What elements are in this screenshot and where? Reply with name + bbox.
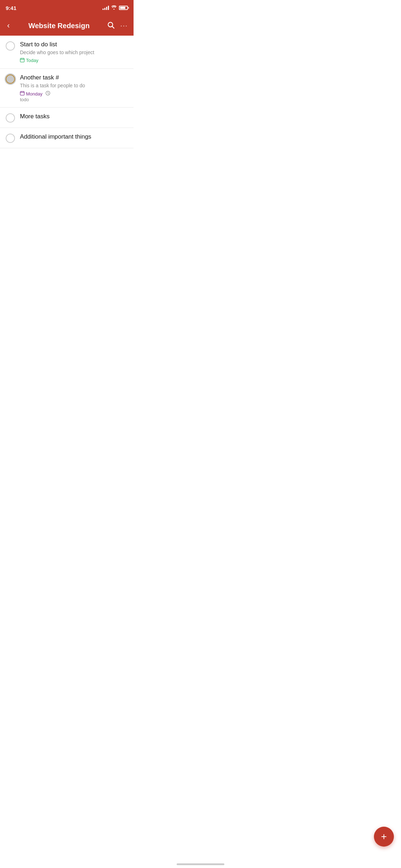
status-time: 9:41 <box>6 5 16 11</box>
task-title-4: Additional important things <box>20 133 128 141</box>
page-title: Website Redesign <box>15 22 103 30</box>
task-list: Start to do list Decide who goes to whic… <box>0 36 134 148</box>
task-description-1: Decide who goes to which project <box>20 49 128 56</box>
wifi-icon <box>111 5 117 11</box>
nav-actions: ··· <box>107 21 128 31</box>
task-label-2: todo <box>20 97 128 102</box>
task-meta-2: Monday <box>20 91 128 97</box>
task-content-4: Additional important things <box>20 133 128 141</box>
task-date-1: Today <box>20 58 38 63</box>
svg-rect-6 <box>20 92 24 95</box>
status-bar: 9:41 <box>0 0 134 16</box>
battery-icon <box>119 6 128 10</box>
calendar-icon-2 <box>20 91 25 97</box>
task-item-3[interactable]: More tasks <box>0 108 134 128</box>
task-checkbox-4[interactable] <box>6 134 15 143</box>
task-item-4[interactable]: Additional important things <box>0 128 134 148</box>
reminder-icon <box>45 91 51 97</box>
task-title-2: Another task # <box>20 74 128 82</box>
back-button[interactable]: ‹ <box>6 20 11 32</box>
svg-line-1 <box>112 26 114 28</box>
task-checkbox-2[interactable] <box>6 74 15 84</box>
calendar-icon-1 <box>20 58 25 63</box>
task-title-3: More tasks <box>20 113 128 120</box>
task-content-2: Another task # This is a task for people… <box>20 74 128 103</box>
task-content-3: More tasks <box>20 113 128 121</box>
nav-bar: ‹ Website Redesign ··· <box>0 16 134 36</box>
task-description-2: This is a task for people to do <box>20 82 128 89</box>
task-item[interactable]: Start to do list Decide who goes to whic… <box>0 36 134 69</box>
svg-rect-2 <box>20 58 24 62</box>
status-icons <box>103 5 128 11</box>
task-item-2[interactable]: Another task # This is a task for people… <box>0 69 134 108</box>
task-checkbox-1[interactable] <box>6 41 15 51</box>
task-content-1: Start to do list Decide who goes to whic… <box>20 41 128 63</box>
task-checkbox-3[interactable] <box>6 113 15 123</box>
task-date-2: Monday <box>20 91 42 97</box>
task-title-1: Start to do list <box>20 41 128 48</box>
signal-icon <box>103 6 109 10</box>
more-icon[interactable]: ··· <box>120 22 128 30</box>
task-meta-1: Today <box>20 58 128 63</box>
search-icon[interactable] <box>107 21 115 31</box>
